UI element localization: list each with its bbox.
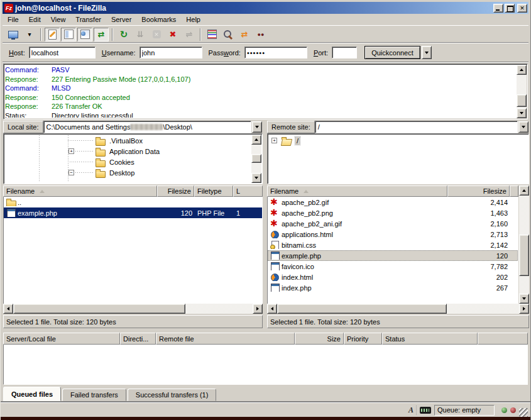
refresh-button[interactable] (116, 28, 131, 41)
scroll-left-button[interactable] (3, 304, 13, 314)
file-row[interactable]: apache_pb2.gif2,414 (268, 197, 518, 207)
minimize-button[interactable] (493, 4, 503, 13)
menu-server[interactable]: Server (106, 14, 136, 25)
scroll-down-button[interactable] (519, 294, 529, 304)
tab-failed-transfers[interactable]: Failed transfers (62, 389, 126, 401)
file-row[interactable]: .. (4, 197, 262, 207)
file-row[interactable]: apache_pb2.png1,463 (268, 207, 518, 218)
scroll-left-button[interactable] (267, 304, 277, 314)
close-button[interactable] (517, 4, 527, 13)
message-log-scrollbar[interactable] (517, 65, 527, 118)
column-header-filename[interactable]: Filename (3, 185, 157, 197)
scrollbar-thumb[interactable] (519, 235, 529, 276)
disconnect-button[interactable] (165, 28, 180, 41)
local-site-path[interactable]: C:\Documents and Settings\Desktop\ (43, 121, 251, 133)
file-row[interactable]: apache_pb2_ani.gif2,160 (268, 218, 518, 229)
pane-splitter[interactable] (263, 121, 267, 328)
menu-view[interactable]: View (46, 14, 71, 25)
remote-tree-button[interactable] (77, 28, 92, 41)
menu-transfer[interactable]: Transfer (70, 14, 106, 25)
tree-item[interactable]: +Application Data (5, 146, 261, 157)
menu-edit[interactable]: Edit (24, 14, 46, 25)
username-input[interactable] (140, 47, 202, 58)
queue-column-priority[interactable]: Priority (344, 333, 382, 345)
scroll-right-button[interactable] (519, 304, 529, 314)
tab-successful-transfers-[interactable]: Successful transfers (1) (128, 389, 217, 401)
file-row[interactable]: example.php120PHP File1 (4, 207, 262, 218)
local-tree-scrollbar[interactable] (251, 135, 261, 183)
remote-list-hscrollbar[interactable] (267, 304, 529, 314)
tab-queued-files[interactable]: Queued files (3, 387, 61, 401)
queue-column-remotefile[interactable]: Remote file (156, 333, 295, 345)
file-row[interactable]: index.html202 (268, 272, 518, 282)
remote-list-scrollbar[interactable] (519, 185, 529, 304)
column-header-l[interactable]: L (233, 185, 263, 197)
local-tree-button[interactable] (61, 28, 76, 41)
queue-header: Server/Local fileDirecti...Remote fileSi… (3, 333, 528, 345)
scroll-right-button[interactable] (253, 304, 263, 314)
tree-item[interactable]: −Desktop (5, 167, 261, 178)
column-header-filesize[interactable]: Filesize (157, 185, 194, 197)
queue-column-size[interactable]: Size (295, 333, 344, 345)
scrollbar-thumb[interactable] (13, 304, 185, 314)
scroll-down-button[interactable] (517, 108, 527, 118)
remote-site-dropdown[interactable] (518, 121, 528, 133)
quickconnect-button[interactable]: Quickconnect (364, 46, 420, 59)
file-row[interactable]: example.php120 (268, 250, 518, 261)
port-input[interactable] (332, 47, 357, 58)
file-row[interactable]: index.php267 (268, 282, 518, 293)
file-name: .. (18, 199, 21, 206)
tree-expander-plus[interactable]: + (271, 138, 277, 143)
password-input[interactable] (244, 47, 307, 58)
cancel-button[interactable] (149, 28, 164, 41)
scroll-up-button[interactable] (519, 185, 529, 196)
scroll-up-button[interactable] (517, 65, 527, 75)
column-header-filetype[interactable]: Filetype (194, 185, 233, 197)
reconnect-button[interactable] (182, 28, 197, 41)
maximize-button[interactable] (505, 4, 515, 13)
file-row[interactable]: bitnami.css2,142 (268, 240, 518, 250)
scrollbar-thumb[interactable] (277, 304, 447, 314)
tree-item[interactable]: Cookies (5, 157, 261, 167)
compare-button[interactable] (221, 28, 236, 41)
message-log: Command:PASVResponse:227 Entering Passiv… (3, 64, 528, 119)
local-file-list: ..example.php120PHP File1 (3, 197, 263, 304)
dd-button[interactable] (22, 28, 37, 41)
tree-expander-plus[interactable]: + (68, 148, 74, 154)
scrollbar-thumb[interactable] (517, 94, 527, 107)
file-row[interactable]: favicon.ico7,782 (268, 261, 518, 272)
log-line: Response:226 Transfer OK (5, 102, 516, 111)
column-header-filesize[interactable]: Filesize (447, 185, 510, 197)
scroll-down-button[interactable] (251, 173, 261, 183)
resize-grip[interactable] (519, 408, 528, 417)
tree-item[interactable]: +/ (269, 135, 527, 146)
host-input[interactable] (29, 47, 96, 58)
queue-button[interactable] (94, 28, 109, 41)
site-manager-button[interactable] (6, 28, 21, 41)
local-list-hscrollbar[interactable] (3, 304, 263, 314)
queue-column-serverlocalfile[interactable]: Server/Local file (3, 333, 120, 345)
menu-help[interactable]: Help (181, 14, 205, 25)
find-button[interactable] (253, 28, 268, 41)
scroll-up-button[interactable] (251, 135, 261, 145)
tree-expander-minus[interactable]: − (68, 170, 74, 175)
menu-file[interactable]: File (3, 14, 24, 25)
queue-column-directi[interactable]: Directi... (120, 333, 156, 345)
title-bar[interactable]: Fz john@localhost - FileZilla (3, 2, 528, 14)
scrollbar-thumb[interactable] (251, 154, 261, 163)
queue-list[interactable] (3, 345, 528, 385)
remote-site-path[interactable]: / (315, 121, 518, 133)
tree-item[interactable]: .VirtualBox (5, 135, 261, 146)
process-queue-button[interactable] (133, 28, 148, 41)
queue-column-status[interactable]: Status (382, 333, 478, 345)
column-header-filename[interactable]: Filename (267, 185, 447, 197)
quickconnect-dropdown-button[interactable] (422, 46, 432, 59)
sync-button[interactable] (237, 28, 252, 41)
message-log-button[interactable] (45, 28, 60, 41)
filter-button[interactable] (204, 28, 219, 41)
php-file-icon (270, 262, 280, 270)
local-site-dropdown[interactable] (252, 121, 262, 133)
file-row[interactable]: applications.html2,713 (268, 229, 518, 240)
local-site-bar: Local site: C:\Documents and Settings\De… (3, 121, 263, 133)
menu-bookmarks[interactable]: Bookmarks (136, 14, 181, 25)
